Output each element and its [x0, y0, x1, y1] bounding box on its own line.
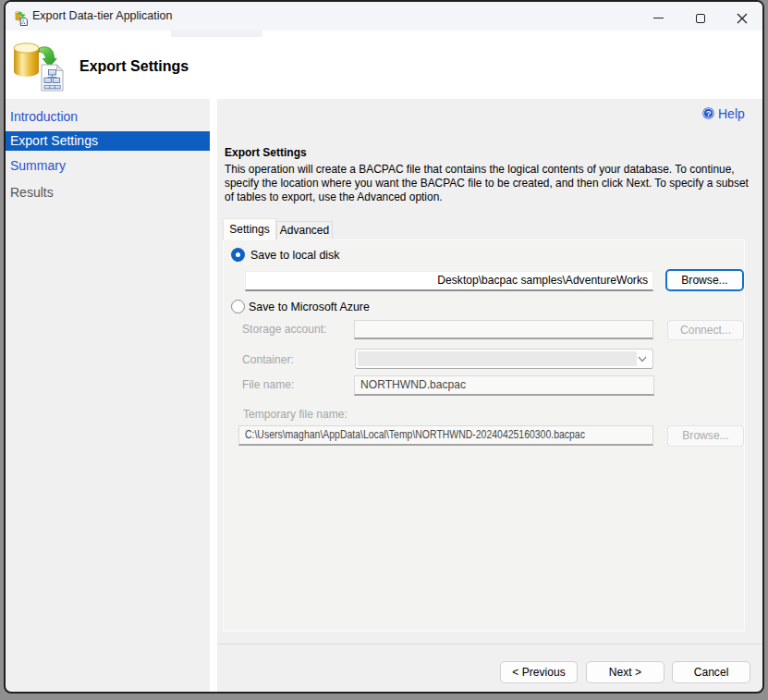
svg-text:?: ? — [706, 108, 712, 118]
